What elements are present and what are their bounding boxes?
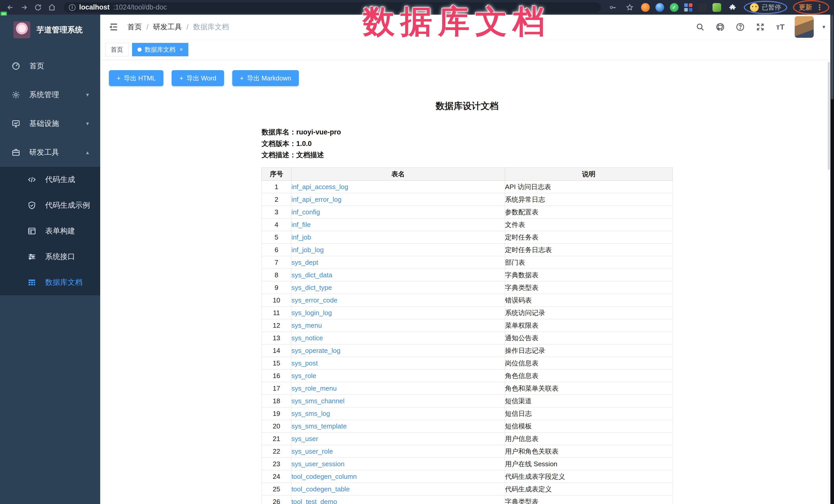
- sidebar-item-codegen[interactable]: 代码生成: [0, 167, 100, 193]
- extension-check-icon[interactable]: ✓: [670, 3, 679, 12]
- table-name-link[interactable]: inf_file: [291, 221, 311, 228]
- chevron-down-icon: ▾: [86, 91, 89, 98]
- page-scrollbar[interactable]: [827, 60, 830, 504]
- extension-switch-icon[interactable]: [698, 3, 707, 12]
- row-seq: 11: [262, 307, 291, 319]
- table-name-link[interactable]: sys_login_log: [291, 309, 332, 316]
- table-name-link[interactable]: inf_job_log: [291, 246, 324, 254]
- table-name-link[interactable]: sys_operate_log: [291, 347, 341, 354]
- app-logo-row[interactable]: 芋道管理系统: [0, 15, 100, 45]
- table-name-link[interactable]: sys_user_session: [291, 460, 345, 468]
- bookmark-star-icon[interactable]: [624, 2, 635, 13]
- sidebar-collapse-icon[interactable]: [109, 22, 119, 32]
- row-table-name: sys_dict_data: [291, 269, 505, 281]
- row-table-name: sys_sms_template: [291, 420, 505, 433]
- doc-version-value: 1.0.0: [296, 140, 312, 148]
- extensions-puzzle-icon[interactable]: [727, 2, 738, 13]
- table-name-link[interactable]: tool_codegen_column: [291, 473, 357, 480]
- browser-home-icon[interactable]: [46, 2, 58, 13]
- breadcrumb-devtools[interactable]: 研发工具: [153, 22, 182, 32]
- table-name-link[interactable]: sys_error_code: [291, 296, 337, 304]
- extension-grid-icon[interactable]: [684, 3, 693, 12]
- table-name-link[interactable]: sys_dict_data: [291, 271, 332, 279]
- search-icon[interactable]: [695, 21, 706, 32]
- window-scrollbar[interactable]: [830, 15, 834, 504]
- table-row: 26tool_test_demo字典类型表: [262, 496, 673, 504]
- row-seq: 12: [262, 319, 291, 332]
- doc-title: 数据库设计文档: [262, 100, 673, 112]
- table-name-link[interactable]: tool_codegen_table: [291, 485, 350, 493]
- table-name-link[interactable]: sys_dict_type: [291, 284, 332, 291]
- tag-close-icon[interactable]: ×: [180, 46, 183, 53]
- sidebar-item-label: 基础设施: [29, 118, 59, 129]
- tag-label: 首页: [111, 45, 123, 54]
- site-info-icon[interactable]: i: [69, 4, 75, 11]
- table-row: 25tool_codegen_table代码生成表定义: [262, 483, 673, 496]
- extension-orange-icon[interactable]: [641, 3, 650, 12]
- font-size-icon[interactable]: ᴛT: [775, 21, 786, 32]
- user-avatar[interactable]: [795, 16, 814, 38]
- paused-extension-annotation[interactable]: 已暂停: [744, 1, 787, 14]
- help-icon[interactable]: [734, 21, 746, 32]
- export-html-button[interactable]: + 导出 HTML: [109, 70, 163, 86]
- table-name-link[interactable]: sys_menu: [291, 322, 322, 329]
- export-word-button[interactable]: + 导出 Word: [172, 70, 224, 86]
- table-name-link[interactable]: inf_api_error_log: [291, 196, 342, 203]
- breadcrumb-home[interactable]: 首页: [128, 22, 142, 32]
- sidebar-item-home[interactable]: 首页: [0, 52, 100, 81]
- row-table-name: sys_menu: [291, 319, 505, 332]
- extension-green-icon[interactable]: [712, 3, 721, 12]
- sidebar-item-infra[interactable]: 基础设施 ▾: [0, 109, 100, 138]
- sidebar-item-devtools[interactable]: 研发工具 ▴: [0, 138, 100, 167]
- sidebar-item-system[interactable]: 系统管理 ▾: [0, 81, 100, 109]
- sidebar-item-system-api[interactable]: 系统接口: [0, 244, 100, 270]
- chrome-update-button[interactable]: 更新: [799, 3, 812, 12]
- browser-back-icon[interactable]: [5, 2, 16, 13]
- row-table-name: tool_codegen_column: [291, 470, 505, 483]
- sidebar-item-db-doc[interactable]: 数据库文档: [0, 270, 100, 295]
- table-name-link[interactable]: tool_test_demo: [291, 498, 337, 504]
- tag-db-doc[interactable]: 数据库文档 ×: [132, 43, 188, 56]
- row-seq: 7: [262, 256, 291, 269]
- col-header-desc: 说明: [505, 168, 673, 181]
- browser-forward-icon[interactable]: [19, 2, 30, 13]
- row-seq: 25: [262, 483, 291, 496]
- devtools-submenu: 代码生成 代码生成示例 表单构建: [0, 167, 100, 295]
- table-name-link[interactable]: sys_post: [291, 359, 318, 367]
- tag-label: 数据库文档: [145, 45, 175, 54]
- table-row: 4inf_file文件表: [262, 218, 673, 231]
- row-seq: 14: [262, 344, 291, 357]
- sidebar-item-codegen-demo[interactable]: 代码生成示例: [0, 193, 100, 218]
- extension-pin-icon[interactable]: [655, 3, 664, 12]
- table-name-link[interactable]: inf_config: [291, 208, 320, 216]
- table-name-link[interactable]: sys_sms_log: [291, 410, 330, 417]
- row-table-name: inf_file: [291, 218, 505, 231]
- table-name-link[interactable]: sys_role_menu: [291, 385, 336, 392]
- table-name-link[interactable]: sys_user: [291, 435, 318, 443]
- export-markdown-button[interactable]: + 导出 Markdown: [232, 70, 299, 86]
- tag-home[interactable]: 首页: [105, 43, 129, 56]
- table-name-link[interactable]: inf_api_access_log: [291, 183, 348, 191]
- password-key-icon[interactable]: [607, 2, 618, 13]
- browser-reload-icon[interactable]: [32, 2, 44, 13]
- db-doc: 数据库设计文档 数据库名：ruoyi-vue-pro 文档版本：1.0.0 文档…: [262, 100, 673, 504]
- table-name-link[interactable]: sys_sms_template: [291, 422, 347, 430]
- table-name-link[interactable]: sys_sms_channel: [291, 397, 345, 405]
- table-name-link[interactable]: sys_notice: [291, 334, 323, 342]
- table-name-link[interactable]: inf_job: [291, 233, 311, 241]
- table-name-link[interactable]: sys_role: [291, 372, 316, 379]
- sidebar-item-form-builder[interactable]: 表单构建: [0, 218, 100, 244]
- table-row: 12sys_menu菜单权限表: [262, 319, 673, 332]
- table-name-link[interactable]: sys_user_role: [291, 447, 333, 455]
- fullscreen-icon[interactable]: [754, 21, 766, 32]
- user-menu-caret-icon[interactable]: ▾: [822, 24, 825, 30]
- table-row: 15sys_post岗位信息表: [262, 357, 673, 370]
- table-name-link[interactable]: sys_dept: [291, 259, 318, 266]
- row-seq: 26: [262, 496, 291, 504]
- plus-icon: +: [240, 74, 244, 82]
- row-description: 代码生成表字段定义: [505, 470, 673, 483]
- row-table-name: sys_dept: [291, 256, 505, 269]
- github-icon[interactable]: [715, 21, 726, 32]
- update-annotation[interactable]: 更新 ⋮: [793, 0, 829, 15]
- browser-menu-icon[interactable]: ⋮: [816, 6, 824, 9]
